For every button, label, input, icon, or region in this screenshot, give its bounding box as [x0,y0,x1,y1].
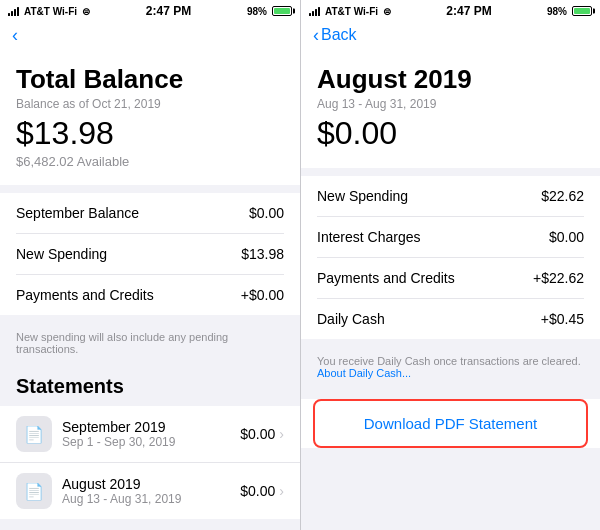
statement-amount-1: $0.00 [240,483,275,499]
back-chevron-icon-left: ‹ [12,26,18,44]
statement-name-1: August 2019 [62,476,240,492]
page-title-left: Total Balance [16,64,284,95]
statement-date-0: Sep 1 - Sep 30, 2019 [62,435,240,449]
row-value-0: $0.00 [249,205,284,221]
disclaimer-right: You receive Daily Cash once transactions… [301,347,600,391]
row-right-value-1: $0.00 [549,229,584,245]
statement-info-1: August 2019 Aug 13 - Aug 31, 2019 [62,476,240,506]
statement-name-0: September 2019 [62,419,240,435]
row-right-3: Daily Cash +$0.45 [317,299,584,339]
row-label-0: September Balance [16,205,139,221]
row-right-1: Interest Charges $0.00 [317,217,584,258]
right-icons-left: 98% [247,6,292,17]
wifi-icon-right: ⊜ [383,6,391,17]
disclaimer-left: New spending will also include any pendi… [0,323,300,367]
battery-fill-right [574,8,590,14]
download-pdf-button[interactable]: Download PDF Statement [313,399,588,448]
row-right-value-2: +$22.62 [533,270,584,286]
rows-card-left: September Balance $0.00 New Spending $13… [0,193,300,315]
balance-date-left: Balance as of Oct 21, 2019 [16,97,284,111]
available-amount-left: $6,482.02 Available [16,154,284,169]
statement-right-1: $0.00 › [240,483,284,499]
disclaimer-link-right[interactable]: About Daily Cash... [317,367,411,379]
row-right-label-3: Daily Cash [317,311,385,327]
chevron-right-icon-1: › [279,483,284,499]
time-left: 2:47 PM [146,4,191,18]
chevron-right-icon-0: › [279,426,284,442]
statements-header: Statements [0,367,300,406]
time-right: 2:47 PM [446,4,491,18]
status-bar-left: AT&T Wi-Fi ⊜ 2:47 PM 98% [0,0,300,22]
carrier-label-left: AT&T Wi-Fi [24,6,77,17]
rows-card-right: New Spending $22.62 Interest Charges $0.… [301,176,600,339]
nav-bar-right: ‹ Back [301,22,600,52]
battery-icon-left [272,6,292,16]
back-label-right: Back [321,26,357,44]
row-right-value-3: +$0.45 [541,311,584,327]
carrier-left: AT&T Wi-Fi ⊜ [8,6,90,17]
back-button-left[interactable]: ‹ [12,26,18,44]
row-right-2: Payments and Credits +$22.62 [317,258,584,299]
page-header-left: Total Balance Balance as of Oct 21, 2019… [0,52,300,185]
row-payments-credits: Payments and Credits +$0.00 [16,275,284,315]
row-new-spending: New Spending $13.98 [16,234,284,275]
row-right-label-2: Payments and Credits [317,270,455,286]
statement-right-0: $0.00 › [240,426,284,442]
download-section: Download PDF Statement [301,399,600,448]
content-right: August 2019 Aug 13 - Aug 31, 2019 $0.00 … [301,52,600,530]
status-bar-right: AT&T Wi-Fi ⊜ 2:47 PM 98% [301,0,600,22]
carrier-label-right: AT&T Wi-Fi [325,6,378,17]
balance-right: $0.00 [317,115,584,152]
battery-label-right: 98% [547,6,567,17]
statement-icon-1: 📄 [16,473,52,509]
signal-icon-left [8,6,19,16]
right-screen: AT&T Wi-Fi ⊜ 2:47 PM 98% ‹ Back August 2… [300,0,600,530]
row-right-label-0: New Spending [317,188,408,204]
row-label-2: Payments and Credits [16,287,154,303]
nav-bar-left: ‹ [0,22,300,52]
row-value-2: +$0.00 [241,287,284,303]
left-screen: AT&T Wi-Fi ⊜ 2:47 PM 98% ‹ Total Balance… [0,0,300,530]
wifi-icon-left: ⊜ [82,6,90,17]
row-september-balance: September Balance $0.00 [16,193,284,234]
page-title-right: August 2019 [317,64,584,95]
statement-list: 📄 September 2019 Sep 1 - Sep 30, 2019 $0… [0,406,300,519]
balance-amount-left: $13.98 [16,115,284,152]
right-icons-right: 98% [547,6,592,17]
date-range-right: Aug 13 - Aug 31, 2019 [317,97,584,111]
download-pdf-label: Download PDF Statement [364,415,537,432]
row-label-1: New Spending [16,246,107,262]
page-header-right: August 2019 Aug 13 - Aug 31, 2019 $0.00 [301,52,600,168]
statement-date-1: Aug 13 - Aug 31, 2019 [62,492,240,506]
row-right-label-1: Interest Charges [317,229,421,245]
back-chevron-icon-right: ‹ [313,26,319,44]
battery-icon-right [572,6,592,16]
back-button-right[interactable]: ‹ Back [313,26,357,44]
content-left: Total Balance Balance as of Oct 21, 2019… [0,52,300,530]
row-right-value-0: $22.62 [541,188,584,204]
statement-amount-0: $0.00 [240,426,275,442]
row-value-1: $13.98 [241,246,284,262]
disclaimer-text-right: You receive Daily Cash once transactions… [317,355,581,367]
signal-icon-right [309,6,320,16]
carrier-right: AT&T Wi-Fi ⊜ [309,6,391,17]
statement-item-0[interactable]: 📄 September 2019 Sep 1 - Sep 30, 2019 $0… [0,406,300,463]
row-right-0: New Spending $22.62 [317,176,584,217]
statement-icon-0: 📄 [16,416,52,452]
statement-item-1[interactable]: 📄 August 2019 Aug 13 - Aug 31, 2019 $0.0… [0,463,300,519]
statement-info-0: September 2019 Sep 1 - Sep 30, 2019 [62,419,240,449]
battery-fill-left [274,8,290,14]
battery-label-left: 98% [247,6,267,17]
